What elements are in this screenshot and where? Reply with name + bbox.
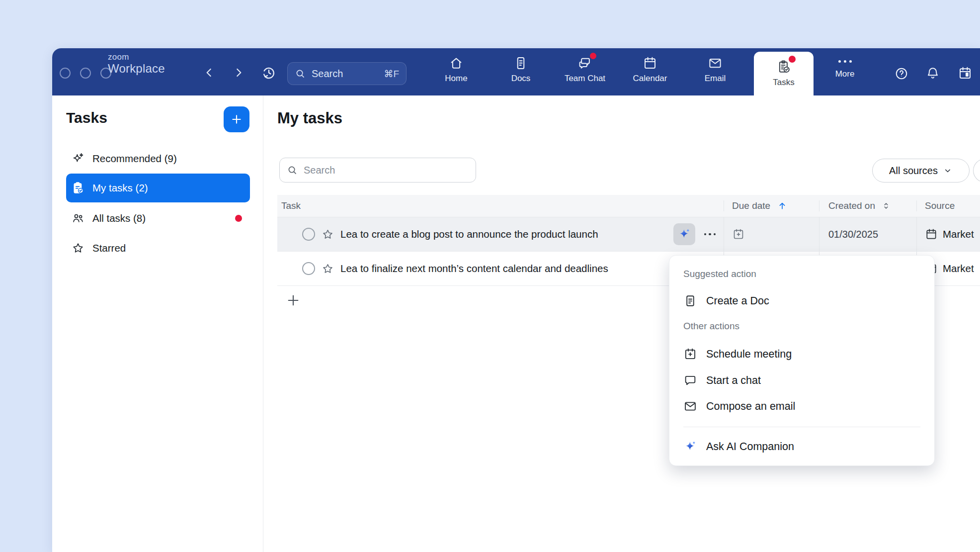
my-tasks-icon [71, 181, 85, 195]
history-button[interactable] [261, 65, 277, 81]
ai-companion-button-active[interactable] [673, 223, 695, 245]
created-on-cell: 01/30/2025 [819, 217, 916, 251]
menu-label-schedule-meeting: Schedule meeting [706, 348, 792, 361]
help-icon [894, 66, 909, 81]
tasks-icon [776, 59, 791, 74]
task-complete-checkbox[interactable] [302, 228, 315, 241]
source-cell: Market [916, 217, 980, 251]
sources-filter-label: All sources [889, 165, 938, 177]
nav-label-docs: Docs [511, 74, 531, 84]
nav-label-home: Home [445, 74, 467, 84]
sidebar-label-starred: Starred [92, 242, 126, 254]
add-due-date-icon[interactable] [732, 228, 745, 241]
nav-tab-tasks-active[interactable]: Tasks [754, 52, 814, 95]
sidebar-title: Tasks [66, 109, 107, 126]
row-actions [673, 223, 724, 245]
column-header-task: Task [277, 200, 724, 211]
sidebar-item-all-tasks[interactable]: All tasks (8) [66, 205, 250, 231]
sidebar-item-starred[interactable]: Starred [66, 235, 250, 261]
nav-tab-home[interactable]: Home [432, 48, 480, 95]
tasks-notification-dot [789, 56, 796, 63]
menu-item-create-a-doc[interactable]: Create a Doc [676, 290, 927, 312]
nav-tab-more[interactable]: More [821, 48, 869, 95]
search-icon [295, 68, 306, 79]
created-on-value: 01/30/2025 [828, 229, 878, 240]
nav-tab-email[interactable]: Email [691, 48, 739, 95]
column-header-due-date[interactable]: Due date [724, 200, 819, 211]
column-header-created-on[interactable]: Created on [819, 200, 916, 211]
chevron-down-icon [943, 166, 953, 176]
header-created-on-label: Created on [828, 200, 875, 211]
add-task-inline-button[interactable] [285, 292, 301, 308]
header-task-label: Task [281, 200, 301, 211]
task-row-1[interactable]: Lea to create a blog post to announce th… [277, 217, 980, 252]
plus-icon [230, 113, 243, 126]
bell-icon [925, 66, 940, 81]
notifications-button[interactable] [925, 66, 940, 81]
history-icon [261, 65, 277, 81]
logo-workplace-text: Workplace [108, 63, 165, 75]
tasks-search[interactable] [279, 158, 476, 183]
help-button[interactable] [894, 66, 909, 81]
menu-divider [683, 427, 920, 427]
row-more-options-button[interactable] [703, 230, 717, 239]
due-date-cell[interactable] [724, 217, 819, 251]
calendar-source-icon [925, 228, 938, 241]
chevron-left-icon [203, 66, 216, 79]
header-source-label: Source [925, 200, 955, 211]
task-cell: Lea to finalize next month’s content cal… [277, 252, 724, 285]
sources-filter-dropdown[interactable]: All sources [872, 159, 970, 183]
tasks-sidebar: Tasks Recommended (9) My tasks (2) All t… [52, 95, 263, 552]
nav-label-tasks: Tasks [773, 78, 794, 88]
sort-toggle-icon[interactable] [881, 201, 891, 211]
menu-label-start-a-chat: Start a chat [706, 374, 761, 387]
menu-section-other: Other actions [683, 321, 739, 332]
global-search-input[interactable] [311, 68, 380, 80]
desktop: { "colors":{ "accent_blue":"#0e72ed", "n… [0, 0, 980, 552]
menu-item-compose-an-email[interactable]: Compose an email [676, 395, 927, 417]
page-title: My tasks [277, 109, 342, 127]
window-control-close[interactable] [60, 68, 71, 79]
team-chat-notification-dot [590, 53, 596, 59]
doc-icon [683, 294, 697, 308]
task-cell: Lea to create a blog post to announce th… [277, 217, 724, 251]
tasks-search-input[interactable] [303, 164, 469, 177]
column-header-source: Source [916, 200, 980, 211]
sidebar-label-recommended: Recommended (9) [92, 153, 177, 165]
star-icon [71, 241, 85, 255]
global-search[interactable]: ⌘F [287, 62, 407, 85]
app-window: zoom Workplace ⌘F Home Docs [52, 48, 980, 552]
menu-item-ask-ai-companion[interactable]: Ask AI Companion [676, 436, 927, 458]
star-icon[interactable] [321, 262, 334, 276]
email-icon [708, 56, 723, 71]
chat-bubble-icon [683, 373, 697, 387]
nav-tab-docs[interactable]: Docs [497, 48, 545, 95]
nav-tab-team-chat[interactable]: Team Chat [561, 48, 609, 95]
search-icon [287, 165, 298, 176]
task-complete-checkbox[interactable] [302, 262, 315, 275]
home-icon [449, 56, 464, 71]
sidebar-label-my-tasks: My tasks (2) [92, 182, 148, 194]
sidebar-item-my-tasks-active[interactable]: My tasks (2) [66, 174, 250, 202]
sidebar-item-recommended[interactable]: Recommended (9) [66, 146, 250, 172]
search-shortcut-hint: ⌘F [384, 68, 399, 80]
nav-tab-calendar[interactable]: Calendar [626, 48, 674, 95]
header-due-date-label: Due date [732, 200, 770, 211]
calendar-date-button[interactable] [958, 66, 973, 81]
add-task-button[interactable] [224, 106, 249, 132]
filter-button-partial[interactable] [973, 159, 980, 183]
calendar-icon [643, 56, 657, 71]
nav-label-email: Email [705, 74, 726, 84]
star-icon[interactable] [321, 228, 334, 241]
back-button[interactable] [203, 66, 216, 79]
ai-sparkle-icon [683, 440, 697, 454]
logo-zoom-text: zoom [108, 53, 165, 61]
sort-ascending-icon[interactable] [777, 201, 787, 211]
task-title: Lea to create a blog post to announce th… [340, 228, 598, 240]
menu-item-schedule-meeting[interactable]: Schedule meeting [676, 343, 927, 365]
forward-button[interactable] [232, 66, 245, 79]
window-control-minimize[interactable] [80, 68, 91, 79]
nav-label-calendar: Calendar [633, 74, 667, 84]
chevron-right-icon [232, 66, 245, 79]
menu-item-start-a-chat[interactable]: Start a chat [676, 369, 927, 391]
